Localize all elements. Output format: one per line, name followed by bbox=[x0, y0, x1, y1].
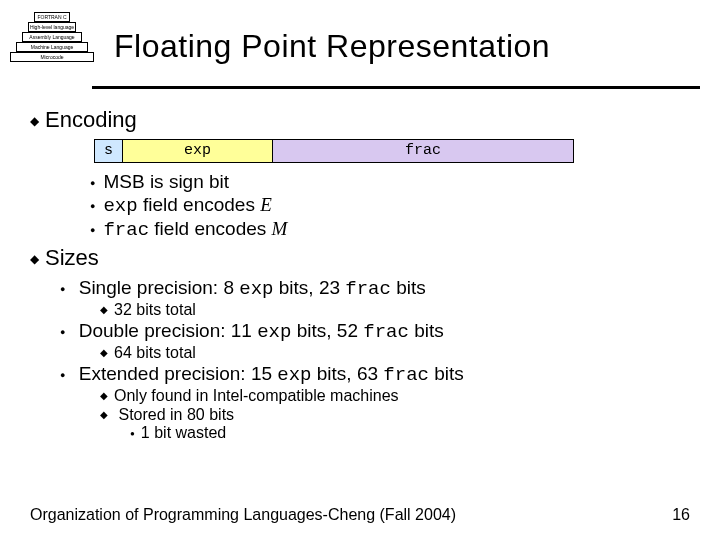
size-single-sub: 32 bits total bbox=[100, 301, 690, 319]
pyr-l3: Machine Language bbox=[16, 42, 88, 52]
enc-b3: frac field encodes M bbox=[90, 218, 690, 241]
pyr-l2: Assembly Language bbox=[22, 32, 82, 42]
page-number: 16 bbox=[672, 506, 690, 524]
pyr-l0: FORTRAN C PASCAL bbox=[34, 12, 70, 22]
encoding-bullets: MSB is sign bit exp field encodes E frac… bbox=[30, 171, 690, 241]
page-title: Floating Point Representation bbox=[96, 12, 550, 65]
size-ext-s2: Stored in 80 bits 1 bit wasted bbox=[100, 406, 690, 442]
field-s: s bbox=[95, 140, 123, 162]
enc-b1: MSB is sign bit bbox=[90, 171, 690, 193]
field-frac: frac bbox=[273, 140, 573, 162]
size-extended: Extended precision: 15 exp bits, 63 frac… bbox=[60, 363, 690, 442]
encoding-heading: Encoding bbox=[30, 107, 690, 133]
size-double-sub: 64 bits total bbox=[100, 344, 690, 362]
pyr-l4: Microcode bbox=[10, 52, 94, 62]
field-exp: exp bbox=[123, 140, 273, 162]
sizes-heading: Sizes bbox=[30, 245, 690, 271]
size-double: Double precision: 11 exp bits, 52 frac b… bbox=[60, 320, 690, 362]
pyr-l1: High-level language bbox=[28, 22, 76, 32]
size-single: Single precision: 8 exp bits, 23 frac bi… bbox=[60, 277, 690, 319]
size-ext-s1: Only found in Intel-compatible machines bbox=[100, 387, 690, 405]
footer-text: Organization of Programming Languages-Ch… bbox=[30, 506, 456, 524]
pyramid-graphic: FORTRAN C PASCAL High-level language Ass… bbox=[8, 12, 96, 84]
size-ext-s3: 1 bit wasted bbox=[130, 424, 690, 442]
encoding-field-diagram: s exp frac bbox=[94, 139, 574, 163]
enc-b2: exp field encodes E bbox=[90, 194, 690, 217]
